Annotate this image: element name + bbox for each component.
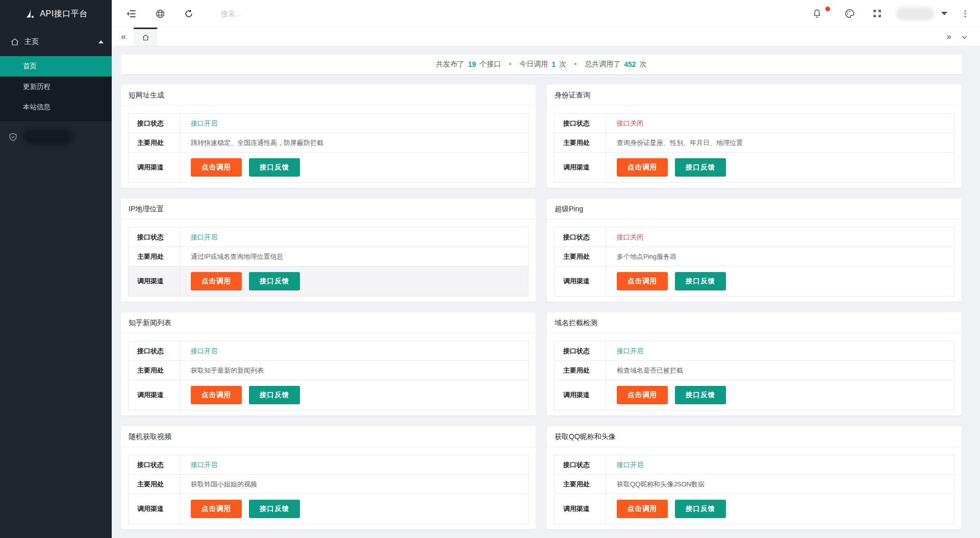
table-row-status: 接口状态 接口开启 <box>129 455 528 475</box>
usage-label: 主要用处 <box>555 133 606 152</box>
call-api-button[interactable]: 点击调用 <box>617 158 668 177</box>
usage-value: 获取韩国小姐姐的视频 <box>180 475 528 494</box>
api-feedback-button[interactable]: 接口反馈 <box>675 386 726 404</box>
api-info-table: 接口状态 接口开启 主要用处 获取知乎最新的新闻列表 调用渠道 点击调用 接口反… <box>128 341 529 410</box>
tabs-scroll-left-button[interactable]: « <box>117 28 130 46</box>
fullscreen-icon[interactable] <box>871 8 883 20</box>
sidebar-item-index[interactable]: 首页 <box>0 56 112 77</box>
channel-label: 调用渠道 <box>555 380 606 410</box>
globe-icon[interactable] <box>155 8 166 19</box>
api-card: 短网址生成 接口状态 接口开启 主要用处 跳转快速稳定、全国连通性高，防屏蔽防拦… <box>121 85 536 188</box>
table-row-channel: 调用渠道 点击调用 接口反馈 <box>129 380 528 410</box>
table-row-usage: 主要用处 获取QQ昵称和头像JSON数据 <box>555 475 954 494</box>
avatar[interactable] <box>896 7 934 20</box>
usage-label: 主要用处 <box>555 361 606 380</box>
channel-label: 调用渠道 <box>129 153 180 182</box>
api-card-title: 获取QQ昵称和头像 <box>547 426 962 447</box>
call-api-button[interactable]: 点击调用 <box>617 500 668 518</box>
refresh-icon[interactable] <box>183 8 194 19</box>
status-label: 接口状态 <box>555 455 606 474</box>
page-content: 共发布了 19 个接口 • 今日调用 1 次 • 总共调用了 452 次 短网址… <box>112 46 980 538</box>
caret-down-icon[interactable] <box>941 12 947 15</box>
sidebar-lower-panel <box>0 120 112 538</box>
status-label: 接口状态 <box>129 228 180 247</box>
palette-icon[interactable] <box>843 8 856 20</box>
api-card: IP地理位置 接口状态 接口开启 主要用处 通过IP或域名查询地理位置信息 调用… <box>121 199 536 302</box>
api-card-title: 超级Ping <box>547 199 962 219</box>
api-card-body: 接口状态 接口开启 主要用处 获取QQ昵称和头像JSON数据 调用渠道 点击调用… <box>547 447 962 524</box>
table-row-usage: 主要用处 检查域名是否已被拦截 <box>555 361 954 380</box>
usage-value: 通过IP或域名查询地理位置信息 <box>180 247 528 266</box>
channel-label: 调用渠道 <box>129 266 180 296</box>
call-api-button[interactable]: 点击调用 <box>191 386 242 404</box>
channel-label: 调用渠道 <box>129 380 180 410</box>
channel-label: 调用渠道 <box>555 266 606 296</box>
table-row-usage: 主要用处 获取知乎最新的新闻列表 <box>129 361 528 380</box>
sidebar-user-row[interactable] <box>0 121 112 144</box>
api-feedback-button[interactable]: 接口反馈 <box>675 272 726 290</box>
top-header <box>112 0 980 28</box>
api-feedback-button[interactable]: 接口反馈 <box>249 158 300 177</box>
stats-bar: 共发布了 19 个接口 • 今日调用 1 次 • 总共调用了 452 次 <box>121 55 962 74</box>
api-card-body: 接口状态 接口关闭 主要用处 多个地点Ping服务器 调用渠道 点击调用 接口反… <box>547 219 962 297</box>
api-card-title: IP地理位置 <box>121 199 536 219</box>
total-count: 452 <box>624 60 636 68</box>
usage-value: 多个地点Ping服务器 <box>606 247 954 266</box>
table-row-usage: 主要用处 跳转快速稳定、全国连通性高，防屏蔽防拦截 <box>129 133 528 153</box>
status-value: 接口开启 <box>180 114 528 133</box>
stats-text: 共发布了 <box>436 60 464 69</box>
table-row-channel: 调用渠道 点击调用 接口反馈 <box>555 266 954 296</box>
usage-label: 主要用处 <box>129 247 180 266</box>
status-label: 接口状态 <box>555 114 606 133</box>
api-feedback-button[interactable]: 接口反馈 <box>249 386 300 404</box>
tabs-scroll-right-button[interactable]: » <box>941 28 957 46</box>
api-card: 超级Ping 接口状态 接口关闭 主要用处 多个地点Ping服务器 调用渠道 点… <box>547 199 962 302</box>
logo-title: API接口平台 <box>40 9 87 19</box>
table-row-status: 接口状态 接口开启 <box>129 341 528 361</box>
stats-text: 个接口 <box>480 60 501 69</box>
channel-label: 调用渠道 <box>129 494 180 524</box>
table-row-status: 接口状态 接口开启 <box>555 341 954 361</box>
home-tab-icon <box>142 34 149 41</box>
call-api-button[interactable]: 点击调用 <box>617 386 668 404</box>
stats-text: 次 <box>559 60 566 69</box>
search-input[interactable] <box>221 10 384 18</box>
status-value: 接口开启 <box>180 341 528 360</box>
usage-label: 主要用处 <box>129 133 180 152</box>
app-logo: API接口平台 <box>0 0 112 28</box>
call-api-button[interactable]: 点击调用 <box>617 272 668 290</box>
app-window: API接口平台 主页 首页 更新历程 本站信息 <box>0 0 980 538</box>
api-info-table: 接口状态 接口开启 主要用处 检查域名是否已被拦截 调用渠道 点击调用 接口反馈 <box>554 341 954 410</box>
sidebar-item-changelog[interactable]: 更新历程 <box>0 77 112 97</box>
table-row-channel: 调用渠道 点击调用 接口反馈 <box>555 153 954 182</box>
tab-home[interactable] <box>134 28 157 46</box>
status-value: 接口开启 <box>606 455 954 474</box>
api-card-body: 接口状态 接口开启 主要用处 检查域名是否已被拦截 调用渠道 点击调用 接口反馈 <box>547 333 962 410</box>
api-feedback-button[interactable]: 接口反馈 <box>675 158 726 177</box>
usage-label: 主要用处 <box>129 361 180 380</box>
call-api-button[interactable]: 点击调用 <box>191 158 242 177</box>
table-row-channel: 调用渠道 点击调用 接口反馈 <box>555 494 954 524</box>
api-card: 知乎新闻列表 接口状态 接口开启 主要用处 获取知乎最新的新闻列表 调用渠道 点… <box>121 312 536 415</box>
usage-value: 检查域名是否已被拦截 <box>606 361 954 380</box>
api-feedback-button[interactable]: 接口反馈 <box>675 500 726 518</box>
header-right <box>795 7 970 20</box>
status-value: 接口关闭 <box>606 228 954 247</box>
api-card-title: 身份证查询 <box>547 85 962 106</box>
call-api-button[interactable]: 点击调用 <box>191 500 242 518</box>
kebab-menu-icon[interactable] <box>961 9 970 18</box>
tabs-dropdown-button[interactable] <box>957 28 972 46</box>
home-icon <box>10 37 19 46</box>
menu-fold-icon[interactable] <box>126 8 137 19</box>
bullet-separator: • <box>574 61 576 68</box>
status-value: 接口关闭 <box>606 114 954 133</box>
sidebar-item-siteinfo[interactable]: 本站信息 <box>0 97 112 117</box>
api-feedback-button[interactable]: 接口反馈 <box>249 500 300 518</box>
status-label: 接口状态 <box>129 114 180 133</box>
bell-icon[interactable] <box>811 8 823 20</box>
api-card: 获取QQ昵称和头像 接口状态 接口开启 主要用处 获取QQ昵称和头像JSON数据… <box>547 426 962 529</box>
api-feedback-button[interactable]: 接口反馈 <box>249 272 300 290</box>
call-api-button[interactable]: 点击调用 <box>191 272 242 290</box>
shield-check-icon <box>8 132 18 142</box>
sidebar-item-main[interactable]: 主页 <box>0 28 112 56</box>
